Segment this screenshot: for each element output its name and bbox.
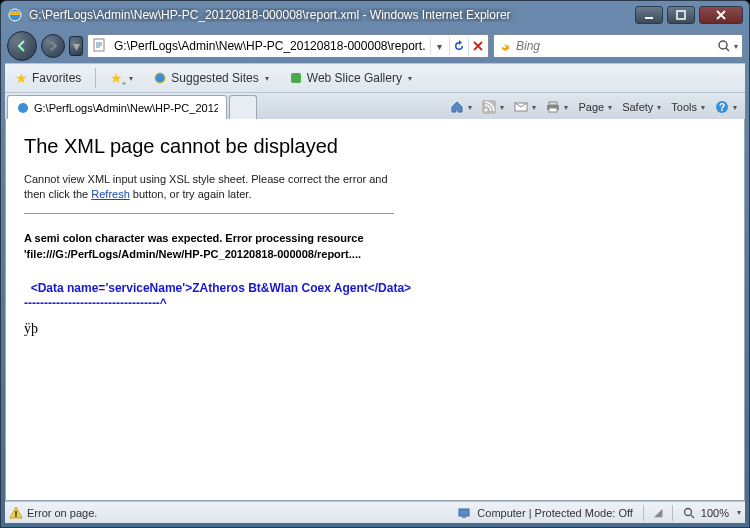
status-bar: ! Error on page. Computer | Protected Mo… xyxy=(5,501,745,523)
error-detail: A semi colon character was expected. Err… xyxy=(24,230,384,263)
forward-button[interactable] xyxy=(41,34,65,58)
close-button[interactable] xyxy=(699,6,743,24)
svg-point-9 xyxy=(18,103,28,113)
svg-rect-3 xyxy=(677,11,685,19)
xml-file-icon xyxy=(92,38,108,54)
webslice-icon xyxy=(289,71,303,85)
tab-label: G:\PerfLogs\Admin\New\HP-PC_20120818-000… xyxy=(34,102,218,114)
address-input[interactable] xyxy=(112,39,428,53)
svg-rect-2 xyxy=(645,17,653,19)
tab-strip: G:\PerfLogs\Admin\New\HP-PC_20120818-000… xyxy=(5,93,745,119)
svg-rect-13 xyxy=(549,102,557,105)
zoom-icon[interactable] xyxy=(683,507,695,519)
svg-text:?: ? xyxy=(719,102,725,113)
error-message: Cannot view XML input using XSL style sh… xyxy=(24,172,394,203)
zoom-dropdown[interactable]: ▾ xyxy=(737,508,741,517)
new-tab-button[interactable] xyxy=(229,95,257,119)
ie-icon xyxy=(153,71,167,85)
ie-icon xyxy=(16,101,30,115)
tab-active[interactable]: G:\PerfLogs\Admin\New\HP-PC_20120818-000… xyxy=(7,95,227,119)
tools-menu[interactable]: Tools▾ xyxy=(667,99,709,115)
refresh-link[interactable]: Refresh xyxy=(91,188,130,200)
address-dropdown-button[interactable]: ▾ xyxy=(430,37,448,55)
svg-rect-15 xyxy=(549,108,557,112)
back-button[interactable] xyxy=(7,31,37,61)
nav-history-dropdown[interactable]: ▾ xyxy=(69,36,83,56)
help-button[interactable]: ?▾ xyxy=(711,98,741,116)
bing-icon xyxy=(498,39,512,53)
window-title: G:\PerfLogs\Admin\New\HP-PC_20120818-000… xyxy=(29,8,635,22)
minimize-button[interactable] xyxy=(635,6,663,24)
maximize-button[interactable] xyxy=(667,6,695,24)
window-titlebar: G:\PerfLogs\Admin\New\HP-PC_20120818-000… xyxy=(1,1,749,29)
zoom-level[interactable]: 100% xyxy=(701,507,729,519)
mail-button[interactable]: ▾ xyxy=(510,98,540,116)
svg-point-21 xyxy=(684,508,691,515)
status-text[interactable]: Error on page. xyxy=(27,507,97,519)
refresh-button[interactable] xyxy=(449,37,467,55)
ie-icon xyxy=(7,7,23,23)
svg-rect-8 xyxy=(291,73,301,83)
feeds-button[interactable]: ▾ xyxy=(478,98,508,116)
add-favorite-button[interactable]: ★+▾ xyxy=(104,68,139,88)
safety-menu[interactable]: Safety▾ xyxy=(618,99,665,115)
svg-point-11 xyxy=(485,109,488,112)
svg-point-5 xyxy=(719,41,727,49)
favorites-bar: ★Favorites ★+▾ Suggested Sites▾ Web Slic… xyxy=(5,63,745,93)
svg-rect-20 xyxy=(462,516,466,518)
suggested-sites-link[interactable]: Suggested Sites▾ xyxy=(147,69,274,87)
page-menu[interactable]: Page▾ xyxy=(574,99,616,115)
page-content: The XML page cannot be displayed Cannot … xyxy=(5,119,745,501)
search-input[interactable] xyxy=(516,39,716,53)
address-bar[interactable]: ▾ xyxy=(87,34,489,58)
svg-rect-19 xyxy=(459,509,469,516)
search-bar[interactable]: ▾ xyxy=(493,34,743,58)
garbage-text: ÿþ xyxy=(24,321,726,337)
search-dropdown[interactable]: ▾ xyxy=(734,42,738,51)
stop-button[interactable] xyxy=(468,37,486,55)
print-button[interactable]: ▾ xyxy=(542,98,572,116)
warning-icon: ! xyxy=(9,506,23,520)
star-icon: ★ xyxy=(15,70,28,86)
home-button[interactable]: ▾ xyxy=(446,98,476,116)
page-heading: The XML page cannot be displayed xyxy=(24,135,726,158)
star-add-icon: ★+ xyxy=(110,70,123,86)
svg-text:!: ! xyxy=(15,509,18,519)
error-code: <Data name='serviceName'>ZAtheros Bt&Wla… xyxy=(24,281,726,311)
internet-zone-icon xyxy=(457,506,471,520)
navigation-row: ▾ ▾ ▾ xyxy=(1,29,749,63)
web-slice-gallery-link[interactable]: Web Slice Gallery▾ xyxy=(283,69,418,87)
zone-text[interactable]: Computer | Protected Mode: Off xyxy=(477,507,633,519)
search-button[interactable] xyxy=(716,38,732,54)
zoom-dropdown-icon[interactable]: ◢ xyxy=(654,506,662,519)
favorites-button[interactable]: ★Favorites xyxy=(9,68,87,88)
divider xyxy=(24,213,394,214)
